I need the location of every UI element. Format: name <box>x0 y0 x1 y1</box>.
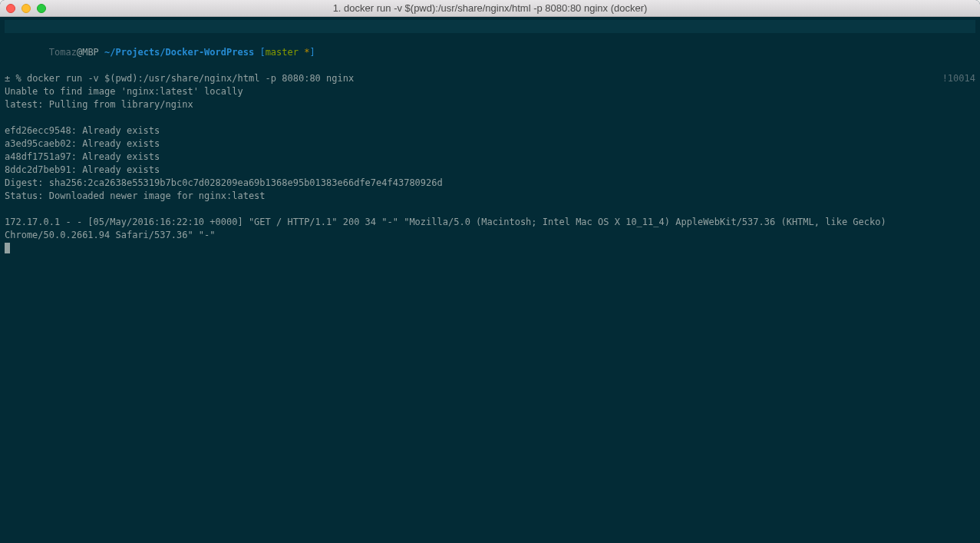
zoom-button[interactable] <box>37 4 46 13</box>
output-line: Digest: sha256:2ca2638e55319b7bc0c7d0282… <box>5 177 975 190</box>
git-dirty-star: * <box>299 47 309 58</box>
blank-line <box>5 203 975 216</box>
git-branch: master <box>266 47 299 58</box>
top-bar <box>5 20 975 33</box>
output-line: a48df1751a97: Already exists <box>5 151 975 164</box>
git-bracket-open: [ <box>259 47 265 58</box>
output-line: efd26ecc9548: Already exists <box>5 124 975 137</box>
output-line: latest: Pulling from library/nginx <box>5 98 975 111</box>
git-bracket-close: ] <box>309 47 315 58</box>
output-line: Unable to find image 'nginx:latest' loca… <box>5 85 975 98</box>
cursor <box>5 243 10 253</box>
output-line: 8ddc2d7beb91: Already exists <box>5 164 975 177</box>
output-line: Status: Downloaded newer image for nginx… <box>5 190 975 203</box>
access-log-line: 172.17.0.1 - - [05/May/2016:16:22:10 +00… <box>5 216 975 242</box>
output-line: a3ed95caeb02: Already exists <box>5 137 975 151</box>
prompt-line: Tomaz@MBP ~/Projects/Docker-WordPress [m… <box>5 33 975 72</box>
window-title: 1. docker run -v $(pwd):/usr/share/nginx… <box>0 2 980 14</box>
titlebar: 1. docker run -v $(pwd):/usr/share/nginx… <box>0 0 980 17</box>
command-line: ± % docker run -v $(pwd):/usr/share/ngin… <box>5 72 975 85</box>
command-text: docker run -v $(pwd):/usr/share/nginx/ht… <box>27 73 354 84</box>
cursor-line <box>5 242 975 255</box>
terminal-body[interactable]: Tomaz@MBP ~/Projects/Docker-WordPress [m… <box>0 17 980 543</box>
terminal-window: 1. docker run -v $(pwd):/usr/share/nginx… <box>0 0 980 543</box>
prompt-path: ~/Projects/Docker-WordPress <box>104 47 254 58</box>
prompt-host: MBP <box>82 47 99 58</box>
close-button[interactable] <box>6 4 15 13</box>
prompt-user: Tomaz <box>49 47 77 58</box>
minimize-button[interactable] <box>21 4 31 13</box>
prompt-symbol: ± % <box>5 73 21 84</box>
history-number: !10014 <box>942 72 975 85</box>
blank-line <box>5 111 975 124</box>
traffic-lights <box>0 4 46 13</box>
